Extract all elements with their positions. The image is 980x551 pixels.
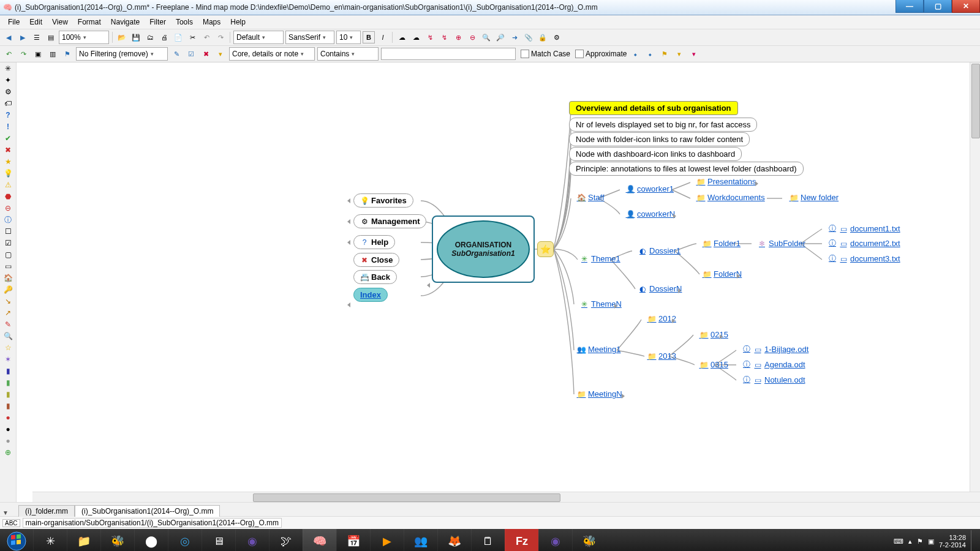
node-coworker1[interactable]: 👤coworker1 (620, 182, 680, 195)
filter-select-icon[interactable]: ☑ (185, 48, 197, 60)
tray-chevron-icon[interactable]: ▴ (908, 538, 912, 545)
palette-gear-icon[interactable]: ⚙ (3, 87, 13, 97)
palette-idea-icon[interactable]: 💡 (3, 168, 13, 178)
mindmap-canvas[interactable]: ORGANISATION SubOrganisation1 ⭐ 💡Favorit… (17, 62, 980, 502)
filter-mode-select[interactable]: No Filtering (remove) (76, 47, 168, 61)
close-window-button[interactable]: ✕ (952, 0, 980, 13)
bold-icon[interactable]: B (363, 31, 375, 43)
taskbar-app-eclipse[interactable]: ◉ (235, 529, 269, 551)
tab-suborganisation[interactable]: (i)_SubOrganisation1(2014--Org)_O.mm (75, 505, 220, 517)
node-foldern[interactable]: 📁FolderN (696, 268, 748, 280)
menu-view[interactable]: View (48, 17, 72, 28)
save-icon[interactable]: 💾 (130, 31, 142, 43)
copy-icon[interactable]: 📄 (172, 31, 184, 43)
show-desktop-button[interactable] (971, 530, 976, 551)
palette-tl-red-icon[interactable]: ● (3, 413, 13, 422)
filter-apply-icon[interactable]: ⚑ (61, 48, 74, 60)
toggle-0215[interactable] (720, 334, 723, 339)
quickfilter-4-icon[interactable]: ▾ (673, 48, 685, 60)
palette-tag-icon[interactable]: 🏷 (3, 99, 13, 108)
filter-redo-icon[interactable]: ↷ (17, 48, 29, 60)
node-agenda[interactable]: ⓘ▭Agenda.odt (736, 358, 812, 371)
node-dossier1[interactable]: ◐Dossier1 (632, 244, 687, 257)
notes-icon[interactable]: ▤ (45, 31, 57, 43)
cut-icon[interactable]: ✂ (186, 31, 198, 43)
node-subfolder[interactable]: ❄SubFolder (752, 237, 812, 250)
tray-keyboard-icon[interactable]: ⌨ (894, 538, 903, 545)
palette-star-icon[interactable]: ✦ (3, 75, 13, 85)
palette-pencil-icon[interactable]: ✎ (3, 320, 13, 329)
palette-tl-grey-icon[interactable]: ● (3, 436, 13, 446)
node-coworkern[interactable]: 👤coworkerN (620, 208, 681, 220)
filter-funnel-icon[interactable]: ▾ (214, 48, 227, 60)
font-family-select[interactable]: SansSerif (285, 31, 334, 44)
taskbar-app-explorer[interactable]: 📁 (67, 529, 100, 551)
palette-shape-icon[interactable]: ▭ (3, 261, 13, 271)
node-management[interactable]: ⚙Management (353, 214, 426, 228)
node-document3[interactable]: ⓘ▭document3.txt (822, 252, 907, 265)
palette-battery3-icon[interactable]: ▮ (3, 389, 13, 399)
taskbar-app-notes[interactable]: 🗒 (471, 529, 505, 551)
toggle-themen[interactable] (614, 304, 617, 309)
node-folder1[interactable]: 📁Folder1 (696, 237, 747, 250)
node-theme1[interactable]: ✳Theme1 (574, 252, 627, 265)
node-note-dashboard[interactable]: Node with dashboard-icon links to dashbo… (569, 147, 742, 161)
filter-scope-select[interactable]: Core, details or note (229, 47, 315, 61)
palette-help-icon[interactable]: ? (3, 110, 13, 120)
palette-link2-icon[interactable]: ↗ (3, 308, 13, 318)
toggle-dossiern[interactable] (678, 288, 681, 293)
taskbar-app-freeplane[interactable]: 🧠 (303, 529, 336, 551)
node-0215[interactable]: 📁0215 (693, 328, 734, 341)
toggle-help[interactable] (347, 240, 350, 245)
palette-key-icon[interactable]: 🔑 (3, 285, 13, 294)
match-case-checkbox[interactable]: Match Case (521, 50, 570, 58)
filter-edit-icon[interactable]: ✎ (170, 48, 183, 60)
node-back[interactable]: 📇Back (353, 270, 397, 284)
undo-icon[interactable]: ↶ (200, 31, 213, 43)
minimize-button[interactable]: — (895, 0, 924, 13)
node-staff[interactable]: 🏠Staff (571, 191, 611, 204)
toggle-foldern[interactable] (737, 274, 740, 279)
link-icon[interactable]: ↯ (424, 31, 436, 43)
node-workdocuments[interactable]: 📁Workdocuments (690, 191, 771, 204)
find-next-icon[interactable]: 🔎 (494, 31, 507, 43)
edge-color-icon[interactable]: ⊕ (452, 31, 464, 43)
font-size-select[interactable]: 10 (336, 31, 361, 44)
toggle-2012[interactable] (672, 318, 675, 323)
find-icon[interactable]: 🔍 (480, 31, 492, 43)
menu-navigate[interactable]: Navigate (107, 17, 144, 28)
horizontal-scrollbar[interactable] (32, 492, 980, 502)
outline-icon[interactable]: ☰ (31, 31, 43, 43)
vertical-scrollbar[interactable] (970, 62, 980, 492)
menu-filter[interactable]: Filter (145, 17, 170, 28)
node-new-folder[interactable]: 📁New folder (783, 191, 845, 204)
toggle-meetingn[interactable] (622, 394, 625, 399)
node-index[interactable]: Index (353, 288, 388, 302)
taskbar-app-2[interactable]: 🐝 (100, 529, 134, 551)
edge-style-icon[interactable]: ⊖ (466, 31, 478, 43)
taskbar-app-eclipse2[interactable]: ◉ (538, 529, 572, 551)
palette-plus-icon[interactable]: ⊕ (3, 448, 13, 457)
menu-file[interactable]: File (4, 17, 24, 28)
node-notulen[interactable]: ⓘ▭Notulen.odt (736, 373, 812, 386)
node-star[interactable]: ⭐ (537, 241, 554, 257)
palette-no-icon[interactable]: ✖ (3, 145, 13, 155)
filter-not-icon[interactable]: ✖ (200, 48, 212, 60)
palette-info-icon[interactable]: ⓘ (3, 215, 13, 225)
quickfilter-2-icon[interactable]: ⬥ (644, 48, 656, 60)
zoom-select[interactable]: 100% (59, 31, 109, 44)
toggle-presentations[interactable] (755, 181, 758, 186)
filter-value-input[interactable] (381, 48, 516, 60)
node-2013[interactable]: 📁2013 (641, 350, 682, 362)
taskbar-app-media[interactable]: ▶ (370, 529, 404, 551)
quickfilter-1-icon[interactable]: ⬥ (629, 48, 641, 60)
node-meeting1[interactable]: 👥Meeting1 (571, 343, 627, 356)
tray-clock[interactable]: 13:28 7-2-2014 (939, 534, 966, 549)
palette-ok-icon[interactable]: ✔ (3, 133, 13, 143)
node-note-principle[interactable]: Principle: annotations to files at lowes… (569, 162, 804, 176)
palette-link1-icon[interactable]: ↘ (3, 296, 13, 306)
filter-undo-icon[interactable]: ↶ (2, 48, 15, 60)
palette-tl-black-icon[interactable]: ● (3, 424, 13, 434)
menu-edit[interactable]: Edit (25, 17, 47, 28)
node-note-levels[interactable]: Nr of levels displayed set to big nr, fo… (569, 118, 757, 132)
